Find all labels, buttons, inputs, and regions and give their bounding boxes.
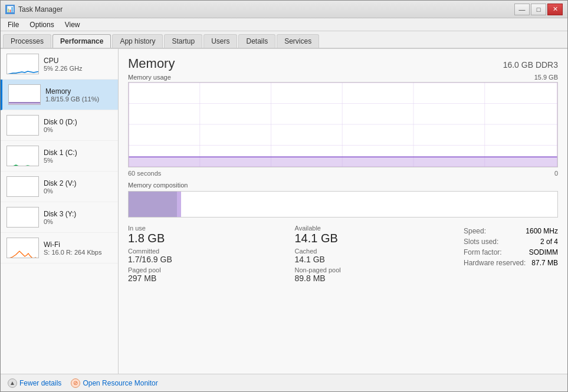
- disk0-value: 0%: [44, 126, 112, 133]
- tab-users[interactable]: Users: [203, 34, 237, 48]
- memory-mini-graph: [8, 84, 41, 105]
- form-value: SODIMM: [529, 248, 558, 256]
- hw-reserved-label: Hardware reserved:: [464, 259, 526, 267]
- memory-title: Memory: [128, 56, 175, 71]
- disk3-value: 0%: [44, 218, 112, 225]
- graph-max: 15.9 GB: [534, 74, 558, 81]
- speed-value: 1600 MHz: [526, 227, 558, 235]
- tab-details[interactable]: Details: [238, 34, 275, 48]
- svg-rect-4: [7, 146, 39, 166]
- composition-bar: [128, 191, 558, 218]
- tab-processes[interactable]: Processes: [3, 34, 51, 48]
- tab-services[interactable]: Services: [277, 34, 319, 48]
- disk2-label: Disk 2 (V:): [44, 179, 112, 187]
- hw-reserved-value: 87.7 MB: [531, 259, 558, 267]
- time-labels: 60 seconds 0: [128, 170, 558, 177]
- left-stats: In use 1.8 GB Available 14.1 GB Committe…: [128, 225, 449, 288]
- disk2-value: 0%: [44, 187, 112, 195]
- menu-file[interactable]: File: [3, 19, 24, 30]
- stat-in-use: In use 1.8 GB: [128, 225, 283, 245]
- main-content: CPU 5% 2.26 GHz Memory 1.8/15.9 GB (11%): [1, 49, 567, 375]
- stats-area: In use 1.8 GB Available 14.1 GB Committe…: [128, 225, 558, 288]
- composition-label: Memory composition: [128, 182, 558, 189]
- non-paged-label: Non-paged pool: [295, 266, 450, 274]
- speed-label: Speed:: [464, 227, 486, 235]
- slots-label: Slots used:: [464, 238, 498, 246]
- memory-usage-graph: [128, 82, 558, 167]
- memory-header: Memory 16.0 GB DDR3: [128, 56, 558, 71]
- perf-item-disk2[interactable]: Disk 2 (V:) 0%: [1, 172, 118, 202]
- disk3-mini-graph: [6, 207, 39, 228]
- bottom-bar: ▲ Fewer details ⊘ Open Resource Monitor: [1, 374, 567, 391]
- title-bar-left: 📊 Task Manager: [5, 5, 63, 14]
- perf-item-disk3[interactable]: Disk 3 (Y:) 0%: [1, 202, 118, 233]
- stat-committed: Committed 1.7/16.9 GB: [128, 248, 283, 264]
- svg-rect-8: [129, 83, 557, 167]
- svg-rect-7: [7, 238, 39, 258]
- graph-label: Memory usage: [128, 74, 171, 81]
- svg-rect-0: [7, 54, 39, 74]
- svg-rect-1: [9, 85, 41, 105]
- memory-spec: 16.0 GB DDR3: [503, 60, 558, 70]
- in-use-value: 1.8 GB: [128, 232, 283, 245]
- disk2-mini-graph: [6, 176, 39, 197]
- cpu-mini-graph: [6, 54, 39, 74]
- window-title: Task Manager: [18, 5, 63, 14]
- memory-value: 1.8/15.9 GB (11%): [45, 95, 112, 103]
- menu-bar: File Options View: [1, 18, 567, 31]
- resource-monitor-icon: ⊘: [71, 378, 80, 388]
- committed-label: Committed: [128, 248, 283, 255]
- comp-standby: [181, 192, 557, 217]
- perf-item-disk1[interactable]: Disk 1 (C:) 5%: [1, 141, 118, 172]
- open-resource-monitor-button[interactable]: ⊘ Open Resource Monitor: [71, 378, 157, 388]
- wifi-label: Wi-Fi: [44, 241, 112, 249]
- tab-startup[interactable]: Startup: [164, 34, 202, 48]
- right-panel: Memory 16.0 GB DDR3 Memory usage 15.9 GB: [119, 49, 567, 375]
- tab-app-history[interactable]: App history: [112, 34, 163, 48]
- fewer-details-label: Fewer details: [19, 379, 61, 387]
- perf-item-disk0[interactable]: Disk 0 (D:) 0%: [1, 110, 118, 141]
- disk1-value: 5%: [44, 157, 112, 164]
- perf-item-memory[interactable]: Memory 1.8/15.9 GB (11%): [1, 80, 118, 110]
- comp-in-use: [129, 192, 177, 217]
- tab-performance[interactable]: Performance: [52, 34, 111, 48]
- tabs-bar: Processes Performance App history Startu…: [1, 31, 567, 49]
- close-button[interactable]: ✕: [547, 4, 563, 15]
- paged-pool-value: 297 MB: [128, 274, 283, 283]
- fewer-details-icon: ▲: [8, 378, 17, 388]
- left-panel: CPU 5% 2.26 GHz Memory 1.8/15.9 GB (11%): [1, 49, 119, 375]
- time-start: 60 seconds: [128, 170, 161, 177]
- perf-item-cpu[interactable]: CPU 5% 2.26 GHz: [1, 49, 118, 80]
- fewer-details-button[interactable]: ▲ Fewer details: [8, 378, 61, 388]
- svg-rect-3: [7, 116, 39, 136]
- menu-options[interactable]: Options: [25, 19, 58, 30]
- cached-label: Cached: [295, 248, 450, 255]
- minimize-button[interactable]: —: [514, 4, 530, 15]
- menu-view[interactable]: View: [60, 19, 85, 30]
- maximize-button[interactable]: □: [531, 4, 546, 15]
- wifi-mini-graph: [6, 238, 39, 258]
- cpu-label: CPU: [44, 57, 112, 65]
- form-label: Form factor:: [464, 248, 502, 256]
- slots-value: 2 of 4: [540, 238, 558, 246]
- wifi-value: S: 16.0 R: 264 Kbps: [44, 249, 112, 256]
- available-label: Available: [295, 225, 450, 232]
- open-resource-label: Open Resource Monitor: [83, 379, 157, 387]
- disk0-label: Disk 0 (D:): [44, 118, 112, 126]
- memory-label: Memory: [45, 87, 112, 95]
- right-stats: Speed: 1600 MHz Slots used: 2 of 4 Form …: [464, 227, 558, 288]
- disk1-label: Disk 1 (C:): [44, 149, 112, 157]
- available-value: 14.1 GB: [295, 232, 450, 245]
- task-manager-window: 📊 Task Manager — □ ✕ File Options View P…: [0, 0, 568, 392]
- committed-value: 1.7/16.9 GB: [128, 255, 283, 264]
- perf-item-wifi[interactable]: Wi-Fi S: 16.0 R: 264 Kbps: [1, 233, 118, 263]
- slots-row: Slots used: 2 of 4: [464, 238, 558, 246]
- svg-rect-6: [7, 207, 39, 228]
- stat-paged-pool: Paged pool 297 MB: [128, 266, 283, 283]
- svg-marker-17: [129, 157, 557, 167]
- time-end: 0: [554, 170, 558, 177]
- form-row: Form factor: SODIMM: [464, 248, 558, 256]
- svg-rect-5: [7, 177, 39, 197]
- non-paged-value: 89.8 MB: [295, 274, 450, 283]
- stat-available: Available 14.1 GB: [295, 225, 450, 245]
